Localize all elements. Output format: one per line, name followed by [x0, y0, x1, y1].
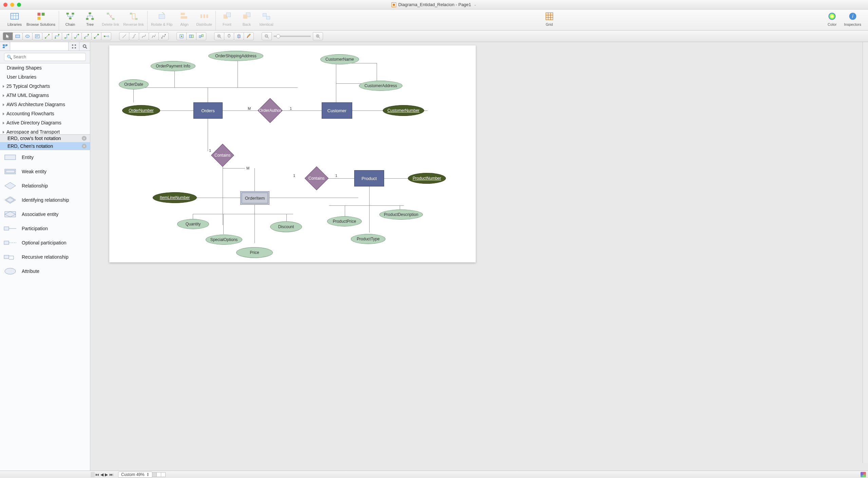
library-tree[interactable]: Drawing Shapes User Libraries 25 Typical…: [0, 63, 90, 135]
next-page-icon[interactable]: ▶: [105, 472, 108, 477]
sidebar-filter-input[interactable]: [10, 42, 68, 51]
grid-view-icon[interactable]: [68, 42, 79, 51]
shape-participation[interactable]: Participation: [0, 221, 90, 236]
keyattr-order-number[interactable]: OrderNumber: [122, 105, 160, 116]
entity-customer[interactable]: Customer: [322, 102, 352, 119]
keyattr-product-number[interactable]: ProductNumber: [408, 173, 446, 184]
first-page-icon[interactable]: ⏮: [95, 472, 99, 477]
chevron-down-icon[interactable]: ⌄: [474, 3, 476, 6]
rel-order-author[interactable]: OrderAuthor: [258, 98, 283, 123]
page-strip[interactable]: [152, 472, 165, 477]
line-tool-2[interactable]: [129, 32, 139, 40]
zoom-level[interactable]: Custom 49%▲▼: [118, 472, 152, 478]
outline-tab-icon[interactable]: [0, 42, 10, 51]
zoom-in-icon[interactable]: [313, 32, 323, 40]
lib-item[interactable]: ATM UML Diagrams: [0, 91, 90, 100]
guides-tool[interactable]: [234, 32, 244, 40]
attr-product-type[interactable]: ProductType: [351, 234, 385, 244]
color-corner-icon[interactable]: [861, 472, 866, 477]
zoom-out-icon[interactable]: [262, 32, 272, 40]
edit-tool[interactable]: [244, 32, 254, 40]
page-nav[interactable]: ⏮ ◀ ▶ ⏭: [95, 472, 113, 477]
open-lib-chen[interactable]: ERD, Chen's notation×: [0, 142, 90, 150]
snap-tool-2[interactable]: [186, 32, 196, 40]
splitter-handle[interactable]: [91, 472, 94, 477]
attr-customer-name[interactable]: CustomerName: [320, 54, 359, 64]
lib-drawing-shapes[interactable]: Drawing Shapes: [0, 63, 90, 73]
close-window-icon[interactable]: [3, 3, 7, 7]
diagram-page[interactable]: OrderDate OrderPayment Info OrderShippin…: [109, 45, 476, 262]
zoom-thumb[interactable]: [276, 34, 280, 38]
snap-tool-3[interactable]: [196, 32, 206, 40]
attr-order-ship[interactable]: OrderShippingAddress: [208, 51, 263, 61]
chain-button[interactable]: Chain: [62, 11, 78, 26]
lib-item[interactable]: Aerospace and Transport: [0, 127, 90, 135]
rect-tool[interactable]: [13, 32, 23, 40]
keyattr-item-line-number[interactable]: ItemLineNumber: [153, 192, 197, 203]
attr-price[interactable]: Price: [236, 247, 273, 258]
grid-button[interactable]: Grid: [542, 11, 557, 26]
color-button[interactable]: Color: [824, 11, 840, 26]
shape-identifying-relationship[interactable]: Identifying relationship: [0, 193, 90, 207]
text-tool[interactable]: [32, 32, 42, 40]
attr-order-payment[interactable]: OrderPayment Info: [151, 61, 195, 71]
shape-entity[interactable]: Entity: [0, 150, 90, 164]
canvas-scroll[interactable]: OrderDate OrderPayment Info OrderShippin…: [90, 42, 868, 471]
close-icon[interactable]: ×: [82, 136, 87, 141]
prev-page-icon[interactable]: ◀: [100, 472, 103, 477]
line-tool-3[interactable]: [139, 32, 149, 40]
connector-tool-1[interactable]: [42, 32, 52, 40]
connector-tool-7[interactable]: [101, 32, 111, 40]
attr-quantity[interactable]: Quantity: [177, 219, 209, 229]
browse-solutions-button[interactable]: Browse Solutions: [26, 11, 55, 26]
shape-attribute[interactable]: Attribute: [0, 264, 90, 278]
rel-contains-2[interactable]: Contains: [305, 166, 329, 191]
tree-button[interactable]: Tree: [82, 11, 98, 26]
lib-item[interactable]: Accounting Flowcharts: [0, 109, 90, 118]
zoom-slider[interactable]: [262, 32, 323, 40]
attr-customer-address[interactable]: CustomerAddress: [359, 81, 402, 91]
attr-product-price[interactable]: ProductPrice: [327, 216, 362, 226]
connector-tool-2[interactable]: [52, 32, 62, 40]
zoom-window-icon[interactable]: [17, 3, 21, 7]
snap-tool-1[interactable]: [176, 32, 187, 40]
line-tool-5[interactable]: [158, 32, 169, 40]
last-page-icon[interactable]: ⏭: [109, 472, 113, 477]
inspectors-button[interactable]: iInspectors: [844, 11, 861, 26]
connector-tool-4[interactable]: [72, 32, 82, 40]
attr-order-date[interactable]: OrderDate: [119, 79, 149, 89]
zoom-track[interactable]: [273, 36, 311, 37]
lib-item[interactable]: 25 Typical Orgcharts: [0, 82, 90, 91]
weak-entity-order-item[interactable]: OrderItem: [240, 191, 269, 205]
pointer-tool[interactable]: [3, 32, 13, 40]
search-view-icon[interactable]: [79, 42, 90, 51]
attr-discount[interactable]: Discount: [270, 221, 302, 232]
connector-tool-5[interactable]: [81, 32, 92, 40]
line-tool-4[interactable]: [149, 32, 159, 40]
attr-product-description[interactable]: ProductDescription: [379, 210, 423, 220]
pan-tool[interactable]: [224, 32, 234, 40]
ellipse-tool[interactable]: [22, 32, 33, 40]
attr-special-options[interactable]: SpecialOptions: [206, 235, 242, 245]
entity-orders[interactable]: Orders: [193, 102, 223, 119]
shape-weak-entity[interactable]: Weak entity: [0, 164, 90, 179]
shape-relationship[interactable]: Relationship: [0, 179, 90, 193]
lib-user-libraries[interactable]: User Libraries: [0, 73, 90, 82]
rel-contains-1[interactable]: Contains: [211, 144, 234, 167]
shape-list[interactable]: Entity Weak entity Relationship Identify…: [0, 150, 90, 471]
open-lib-crow[interactable]: ERD, crow's foot notation×: [0, 135, 90, 142]
lib-item[interactable]: AWS Architecture Diagrams: [0, 100, 90, 109]
entity-product[interactable]: Product: [354, 170, 384, 186]
close-icon[interactable]: ×: [82, 144, 87, 148]
line-tool-1[interactable]: [119, 32, 129, 40]
connector-tool-6[interactable]: [91, 32, 101, 40]
libraries-button[interactable]: Libraries: [7, 11, 22, 26]
keyattr-customer-number[interactable]: CustomerNumber: [383, 105, 424, 116]
minimize-window-icon[interactable]: [10, 3, 14, 7]
shape-optional-participation[interactable]: Optional participation: [0, 236, 90, 250]
lib-item[interactable]: Active Directory Diagrams: [0, 118, 90, 127]
shape-recursive-relationship[interactable]: Recursive relationship: [0, 250, 90, 264]
library-search-input[interactable]: [4, 53, 86, 61]
shape-associative-entity[interactable]: Associative entity: [0, 207, 90, 221]
zoom-in-tool[interactable]: [214, 32, 224, 40]
